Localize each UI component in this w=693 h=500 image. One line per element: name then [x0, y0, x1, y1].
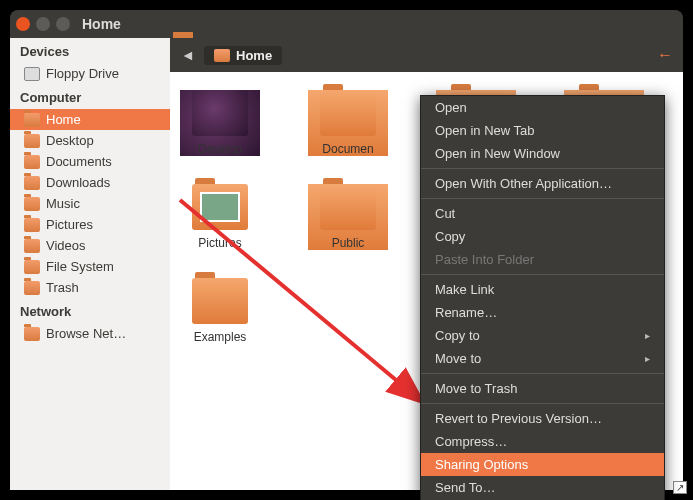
- menu-item-20[interactable]: Send To…: [421, 476, 664, 499]
- sidebar-item-label: File System: [46, 259, 114, 274]
- menu-item-18[interactable]: Compress…: [421, 430, 664, 453]
- menu-item-label: Paste Into Folder: [435, 252, 534, 267]
- home-icon: [214, 49, 230, 62]
- menu-item-label: Copy: [435, 229, 465, 244]
- sidebar-item-label: Pictures: [46, 217, 93, 232]
- folder-icon: [24, 239, 40, 253]
- sidebar-item-devices-0[interactable]: Floppy Drive: [10, 63, 170, 84]
- menu-item-label: Move to: [435, 351, 481, 366]
- sidebar-item-label: Videos: [46, 238, 86, 253]
- menu-item-6[interactable]: Cut: [421, 202, 664, 225]
- menu-separator: [421, 373, 664, 374]
- menu-item-label: Open in New Tab: [435, 123, 535, 138]
- sidebar-header: Computer: [10, 84, 170, 109]
- sidebar-item-computer-1[interactable]: Desktop: [10, 130, 170, 151]
- grid-item-label: Desktop: [180, 142, 260, 156]
- menu-item-label: Move to Trash: [435, 381, 517, 396]
- sidebar: DevicesFloppy DriveComputerHomeDesktopDo…: [10, 38, 170, 490]
- menu-item-10[interactable]: Make Link: [421, 278, 664, 301]
- sidebar-item-computer-6[interactable]: Videos: [10, 235, 170, 256]
- sidebar-item-label: Desktop: [46, 133, 94, 148]
- sidebar-item-computer-4[interactable]: Music: [10, 193, 170, 214]
- sidebar-item-label: Downloads: [46, 175, 110, 190]
- grid-item-5[interactable]: Public: [308, 184, 388, 250]
- menu-item-1[interactable]: Open in New Tab: [421, 119, 664, 142]
- grid-item-label: Examples: [180, 330, 260, 344]
- sidebar-item-computer-7[interactable]: File System: [10, 256, 170, 277]
- menu-item-label: Sharing Options: [435, 457, 528, 472]
- folder-icon: [24, 281, 40, 295]
- menu-item-12[interactable]: Copy to: [421, 324, 664, 347]
- folder-icon: [320, 90, 376, 136]
- grid-item-4[interactable]: Pictures: [180, 184, 260, 250]
- sidebar-item-computer-2[interactable]: Documents: [10, 151, 170, 172]
- menu-item-4[interactable]: Open With Other Application…: [421, 172, 664, 195]
- menu-item-label: Revert to Previous Version…: [435, 411, 602, 426]
- sidebar-item-label: Floppy Drive: [46, 66, 119, 81]
- desktop-icon: [192, 90, 248, 136]
- menu-separator: [421, 198, 664, 199]
- path-back-icon[interactable]: ◄: [180, 47, 196, 63]
- context-menu: OpenOpen in New TabOpen in New WindowOpe…: [420, 95, 665, 500]
- sidebar-header: Devices: [10, 38, 170, 63]
- menu-separator: [421, 403, 664, 404]
- breadcrumb[interactable]: Home: [204, 46, 282, 65]
- sidebar-item-label: Music: [46, 196, 80, 211]
- sidebar-item-network-0[interactable]: Browse Net…: [10, 323, 170, 344]
- menu-separator: [421, 274, 664, 275]
- sidebar-item-label: Browse Net…: [46, 326, 126, 341]
- window-title: Home: [82, 16, 121, 32]
- titlebar: Home: [10, 10, 683, 38]
- menu-item-2[interactable]: Open in New Window: [421, 142, 664, 165]
- breadcrumb-label: Home: [236, 48, 272, 63]
- minimize-icon[interactable]: [36, 17, 50, 31]
- menu-item-13[interactable]: Move to: [421, 347, 664, 370]
- folder-icon: [24, 197, 40, 211]
- menu-item-label: Cut: [435, 206, 455, 221]
- folder-icon: [320, 184, 376, 230]
- maximize-icon[interactable]: [56, 17, 70, 31]
- menu-item-label: Rename…: [435, 305, 497, 320]
- sidebar-item-label: Trash: [46, 280, 79, 295]
- menu-item-15[interactable]: Move to Trash: [421, 377, 664, 400]
- menu-item-7[interactable]: Copy: [421, 225, 664, 248]
- sidebar-item-computer-3[interactable]: Downloads: [10, 172, 170, 193]
- sidebar-item-computer-8[interactable]: Trash: [10, 277, 170, 298]
- menu-item-label: Send To…: [435, 480, 495, 495]
- folder-icon: [24, 260, 40, 274]
- folder-icon: [24, 67, 40, 81]
- menu-item-label: Open With Other Application…: [435, 176, 612, 191]
- menu-separator: [421, 168, 664, 169]
- menu-item-11[interactable]: Rename…: [421, 301, 664, 324]
- sidebar-item-label: Documents: [46, 154, 112, 169]
- menu-item-label: Compress…: [435, 434, 507, 449]
- grid-item-8[interactable]: Examples: [180, 278, 260, 344]
- sidebar-item-label: Home: [46, 112, 81, 127]
- folder-icon: [24, 113, 40, 127]
- grid-item-label: Public: [308, 236, 388, 250]
- sidebar-header: Network: [10, 298, 170, 323]
- folder-icon: [192, 278, 248, 324]
- menu-item-17[interactable]: Revert to Previous Version…: [421, 407, 664, 430]
- folder-icon: [24, 176, 40, 190]
- grid-item-label: Pictures: [180, 236, 260, 250]
- menu-item-label: Copy to: [435, 328, 480, 343]
- menu-item-8: Paste Into Folder: [421, 248, 664, 271]
- folder-icon: [192, 184, 248, 230]
- folder-icon: [24, 327, 40, 341]
- menu-item-label: Open: [435, 100, 467, 115]
- close-icon[interactable]: [16, 17, 30, 31]
- grid-item-0[interactable]: Desktop: [180, 90, 260, 156]
- menu-item-label: Open in New Window: [435, 146, 560, 161]
- sidebar-item-computer-0[interactable]: Home: [10, 109, 170, 130]
- folder-icon: [24, 218, 40, 232]
- sidebar-item-computer-5[interactable]: Pictures: [10, 214, 170, 235]
- grid-item-label: Documen: [308, 142, 388, 156]
- menu-item-0[interactable]: Open: [421, 96, 664, 119]
- menu-item-19[interactable]: Sharing Options: [421, 453, 664, 476]
- menu-item-label: Make Link: [435, 282, 494, 297]
- back-arrow-icon[interactable]: ←: [657, 46, 673, 64]
- grid-item-1[interactable]: Documen: [308, 90, 388, 156]
- folder-icon: [24, 134, 40, 148]
- folder-icon: [24, 155, 40, 169]
